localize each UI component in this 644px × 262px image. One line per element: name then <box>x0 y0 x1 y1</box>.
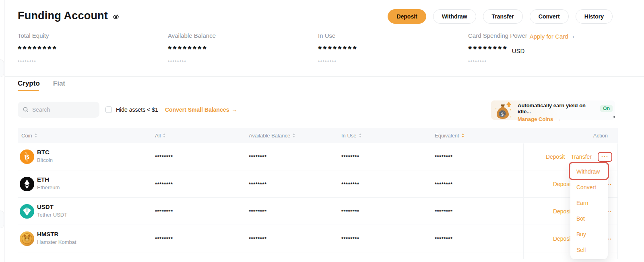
sort-icon[interactable] <box>359 133 361 137</box>
tab-crypto[interactable]: Crypto <box>18 80 40 91</box>
cell-all: ******** <box>155 209 173 215</box>
column-label: In Use <box>341 133 357 139</box>
arrow-right-icon: → <box>555 116 561 122</box>
stat-label: Available Balance <box>168 32 216 40</box>
dropdown-item-buy[interactable]: Buy <box>570 227 608 242</box>
column-header-in-use[interactable]: In Use <box>341 128 361 143</box>
row-actions-dropdown: Withdraw Convert Earn Bot Buy Sell <box>570 164 608 259</box>
convert-small-balances-label: Convert Small Balances <box>165 106 229 113</box>
svg-text:$: $ <box>501 112 504 117</box>
assets-table-body: B BTC Bitcoin ******** ******** ********… <box>18 143 618 252</box>
action-column-divider <box>523 143 524 259</box>
row-deposit-link[interactable]: Deposit <box>553 181 572 187</box>
stat-label: In Use <box>318 32 335 40</box>
table-row-usdt[interactable]: T USDT Tether USDT ******** ******** ***… <box>18 198 618 225</box>
stat-sub-masked: ******** <box>468 59 574 64</box>
column-label: Coin <box>21 133 32 139</box>
cell-in-use: ******** <box>341 209 359 215</box>
column-header-coin[interactable]: Coin <box>21 128 37 143</box>
cell-equivalent: ******** <box>435 236 452 242</box>
table-row-hmstr[interactable]: HMSTR Hamster Kombat ******** ******** *… <box>18 225 618 252</box>
stat-sub-masked: ******** <box>168 59 216 64</box>
assets-table-header: Coin All Available Balance In Use Equiva… <box>18 128 618 143</box>
coin-name: Hamster Kombat <box>37 239 76 245</box>
row-deposit-link[interactable]: Deposit <box>553 235 572 242</box>
money-bag-icon: $ <box>493 99 514 121</box>
sort-icon[interactable] <box>462 133 464 137</box>
column-label: Equivalent <box>435 133 459 139</box>
coin-symbol: BTC <box>37 149 53 156</box>
dropdown-item-earn[interactable]: Earn <box>570 195 608 211</box>
table-row-btc[interactable]: B BTC Bitcoin ******** ******** ********… <box>18 143 618 170</box>
cell-in-use: ******** <box>341 236 359 242</box>
cell-equivalent: ******** <box>435 209 452 215</box>
cell-equivalent: ******** <box>435 181 452 187</box>
transfer-button[interactable]: Transfer <box>483 9 523 24</box>
sort-icon[interactable] <box>35 133 37 137</box>
coin-symbol: ETH <box>37 176 60 183</box>
sort-icon[interactable] <box>163 133 165 137</box>
dropdown-item-withdraw[interactable]: Withdraw <box>570 164 608 180</box>
sidebar-toggle-handle[interactable] <box>0 211 4 228</box>
convert-button[interactable]: Convert <box>530 9 569 24</box>
cell-equivalent: ******** <box>435 154 452 160</box>
search-input[interactable] <box>32 106 89 113</box>
deposit-button[interactable]: Deposit <box>388 9 426 24</box>
dropdown-item-bot[interactable]: Bot <box>570 211 608 227</box>
cell-in-use: ******** <box>341 181 359 187</box>
dropdown-item-convert[interactable]: Convert <box>570 180 608 195</box>
earn-yield-banner[interactable]: $ Automatically earn yield on idle... On… <box>491 100 615 120</box>
dropdown-item-sell[interactable]: Sell <box>570 242 608 258</box>
sidebar-toggle-handle[interactable] <box>0 59 4 77</box>
sort-icon[interactable] <box>293 133 295 137</box>
cell-available-balance: ******** <box>249 209 266 215</box>
coin-name: Bitcoin <box>37 157 53 163</box>
hide-small-assets-checkbox[interactable] <box>105 106 112 113</box>
column-header-equivalent[interactable]: Equivalent <box>435 128 464 143</box>
column-label: All <box>155 133 161 139</box>
cell-available-balance: ******** <box>249 181 266 187</box>
apply-for-card-link[interactable]: Apply for Card <box>530 33 568 40</box>
stat-value-masked: ******** <box>168 44 216 55</box>
tab-fiat[interactable]: Fiat <box>53 80 65 91</box>
chevron-right-icon[interactable]: › <box>572 33 574 40</box>
row-more-button[interactable]: ··· <box>598 152 612 162</box>
coin-symbol: HMSTR <box>37 231 76 237</box>
withdraw-button[interactable]: Withdraw <box>433 9 476 24</box>
section-divider <box>5 76 644 77</box>
stat-sub-masked: ******** <box>318 59 358 64</box>
usdt-coin-icon: T <box>20 204 34 219</box>
row-deposit-link[interactable]: Deposit <box>553 208 572 215</box>
hide-small-assets-label: Hide assets < $1 <box>116 106 158 113</box>
svg-text:T: T <box>25 208 29 213</box>
row-deposit-link[interactable]: Deposit <box>546 154 565 160</box>
column-header-action: Action <box>593 128 608 143</box>
currency-unit: USD <box>512 47 525 55</box>
page-title: Funding Account <box>18 10 108 22</box>
coin-symbol: USDT <box>37 203 67 210</box>
convert-small-balances-link[interactable]: Convert Small Balances → <box>165 106 237 113</box>
hide-small-assets-toggle[interactable]: Hide assets < $1 <box>105 106 158 113</box>
stat-value-masked: ******** <box>318 44 358 55</box>
funding-account-page: Funding Account Deposit Withdraw Transfe… <box>0 0 644 262</box>
coin-name: Ethereum <box>37 184 60 190</box>
yield-on-badge[interactable]: On <box>600 105 613 112</box>
manage-coins-link[interactable]: Manage Coins → <box>518 116 561 122</box>
cell-all: ******** <box>155 181 173 187</box>
eth-coin-icon <box>20 177 34 191</box>
column-header-all[interactable]: All <box>155 128 165 143</box>
stat-card-spending-power: Card Spending Power Apply for Card › ***… <box>468 32 574 64</box>
row-transfer-link[interactable]: Transfer <box>571 154 592 160</box>
search-box[interactable] <box>18 102 99 118</box>
table-row-eth[interactable]: ETH Ethereum ******** ******** ******** … <box>18 170 618 198</box>
column-label: Action <box>593 133 608 139</box>
hmstr-coin-icon <box>20 231 34 246</box>
eye-slash-icon[interactable] <box>112 13 120 21</box>
stat-value-masked: ******** <box>468 44 508 55</box>
stat-total-equity: Total Equity ******** ******** <box>18 32 58 64</box>
banner-text: Automatically earn yield on idle... On M… <box>518 102 613 122</box>
column-header-available-balance[interactable]: Available Balance <box>249 128 295 143</box>
history-button[interactable]: History <box>576 9 613 24</box>
stat-label: Total Equity <box>18 32 49 40</box>
manage-coins-label: Manage Coins <box>518 116 553 122</box>
